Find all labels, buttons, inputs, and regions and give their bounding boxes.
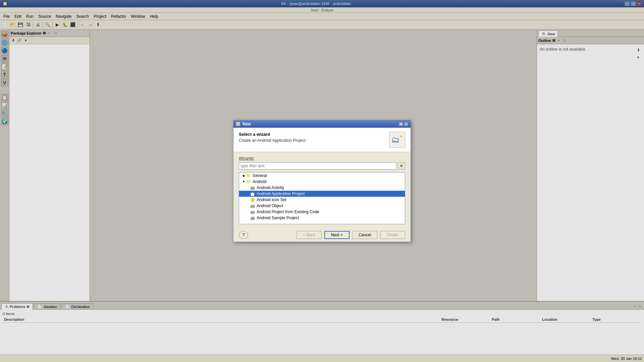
filter-input[interactable] [239,162,396,170]
next-button[interactable]: Next > [324,231,350,239]
wizard-icon: 🗂 [391,135,399,144]
dialog-body: Wizards: ✕ ▶ 📁 General ▼ 📁 [233,152,411,228]
cancel-button[interactable]: Cancel [352,231,377,239]
dialog-title: New [243,122,251,126]
wizards-label: Wizards: [239,156,405,161]
dialog-header-text: Select a wizard Create an Android Applic… [239,132,306,143]
android-object-icon: 🤖 [250,203,255,208]
new-wizard-dialog: 🪟 New ⇲ × Select a wizard Create an Andr… [233,120,411,242]
existing-code-label: Android Project from Existing Code [257,209,319,214]
dialog-title-icon: 🪟 [235,122,240,126]
dialog-header-icon: 🗂 ✦ [389,132,405,148]
activity-label: Android Activity [257,185,284,190]
tree-item-android-object[interactable]: 🤖 Android Object [239,203,405,209]
dialog-header-description: Create an Android Application Project [239,138,306,143]
icon-set-label: Android Icon Set [257,197,286,202]
android-arrow: ▼ [242,180,246,183]
tree-item-android-sample[interactable]: 🤖 Android Sample Project [239,215,405,221]
general-label: General [253,173,267,178]
dialog-header: Select a wizard Create an Android Applic… [233,128,411,152]
android-object-label: Android Object [257,203,283,208]
general-arrow: ▶ [242,174,246,177]
tree-item-android[interactable]: ▼ 📁 Android [239,179,405,185]
tree-item-android-existing[interactable]: 🤖 Android Project from Existing Code [239,209,405,215]
general-icon: 📁 [246,173,251,178]
android-folder-icon: 📁 [246,179,251,184]
activity-icon: 🤖 [250,185,255,190]
filter-row: ✕ [239,162,405,170]
android-label: Android [253,179,266,184]
dialog-footer: ? < Back Next > Cancel Finish [233,228,411,242]
dialog-close-btn[interactable]: × [404,122,409,126]
filter-clear-btn[interactable]: ✕ [398,162,405,170]
back-button[interactable]: < Back [297,231,322,239]
dialog-titlebar: 🪟 New ⇲ × [233,120,411,128]
dialog-header-title: Select a wizard [239,132,306,137]
tree-item-android-activity[interactable]: 🤖 Android Activity [239,185,405,191]
app-project-icon: 🤖 [250,191,255,196]
sample-project-label: Android Sample Project [257,216,299,220]
dialog-title-controls: ⇲ × [398,122,409,126]
dialog-restore-btn[interactable]: ⇲ [398,122,403,126]
sample-project-icon: 🤖 [250,215,255,221]
dialog-overlay: 🪟 New ⇲ × Select a wizard Create an Andr… [0,0,644,362]
icon-set-icon: 🟡 [250,197,255,202]
app-project-label: Android Application Project [257,191,305,196]
dialog-help: ? [239,231,294,239]
help-button[interactable]: ? [239,231,248,239]
tree-item-android-icon-set[interactable]: 🟡 Android Icon Set [239,197,405,203]
wizard-tree[interactable]: ▶ 📁 General ▼ 📁 Android 🤖 Android Activi [239,172,405,224]
finish-button[interactable]: Finish [380,231,405,239]
tree-item-android-app-project[interactable]: 🤖 Android Application Project [239,191,405,197]
wizard-sparkle: ✦ [399,134,403,139]
existing-code-icon: 🤖 [250,209,255,215]
tree-item-general[interactable]: ▶ 📁 General [239,173,405,179]
